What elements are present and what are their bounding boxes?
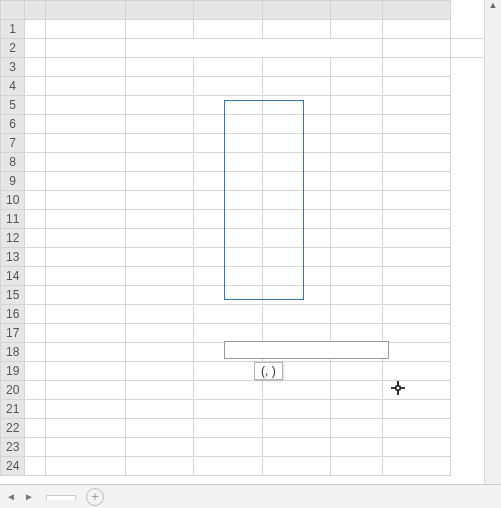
cell-A1[interactable] [25,20,46,39]
vertical-scrollbar[interactable]: ▲ [484,0,501,484]
row-header-7[interactable]: 7 [1,134,25,153]
cell-G10[interactable] [382,191,451,210]
cell-E10[interactable] [262,191,331,210]
cell-A16[interactable] [25,305,46,324]
cell-F5[interactable] [331,96,382,115]
cell-C22[interactable] [125,419,194,438]
cell-D19[interactable] [194,362,263,381]
cell-G15[interactable] [382,286,451,305]
cell-D17[interactable] [194,324,263,343]
cell-B7[interactable] [45,134,125,153]
cell-C11[interactable] [125,210,194,229]
cell-D4[interactable] [194,77,263,96]
col-header-D[interactable] [194,1,263,20]
cell-E9[interactable] [262,172,331,191]
row-header-3[interactable]: 3 [1,58,25,77]
cell-E12[interactable] [262,229,331,248]
row-header-22[interactable]: 22 [1,419,25,438]
cell-E5[interactable] [262,96,331,115]
cell-B6[interactable] [45,115,125,134]
cell-A12[interactable] [25,229,46,248]
cell-D20[interactable] [194,381,263,400]
cell-A13[interactable] [25,248,46,267]
cell-A11[interactable] [25,210,46,229]
cell-C13[interactable] [125,248,194,267]
cell-D5[interactable] [194,96,263,115]
cell-E17[interactable] [262,324,331,343]
col-header-G[interactable] [382,1,451,20]
cell-C10[interactable] [125,191,194,210]
cell-C23[interactable] [125,438,194,457]
cell-F13[interactable] [331,248,382,267]
cell-B12[interactable] [45,229,125,248]
cell-F8[interactable] [331,153,382,172]
cell-C4[interactable] [125,77,194,96]
cell-D23[interactable] [194,438,263,457]
cell-B21[interactable] [45,400,125,419]
cell-B17[interactable] [45,324,125,343]
cell-F24[interactable] [331,457,382,476]
cell-F23[interactable] [331,438,382,457]
col-header-F[interactable] [331,1,382,20]
row-header-4[interactable]: 4 [1,77,25,96]
cell-F12[interactable] [331,229,382,248]
row-header-16[interactable]: 16 [1,305,25,324]
cell-B1[interactable] [45,20,125,39]
spreadsheet-grid[interactable]: 123456789101112131415161718192021222324 [0,0,501,476]
cell-F14[interactable] [331,267,382,286]
cell-B4[interactable] [45,77,125,96]
cell-A9[interactable] [25,172,46,191]
function-tooltip[interactable]: (, ) [254,362,283,380]
cell-D14[interactable] [194,267,263,286]
cell-D13[interactable] [194,248,263,267]
row-header-6[interactable]: 6 [1,115,25,134]
cell-B10[interactable] [45,191,125,210]
row-header-12[interactable]: 12 [1,229,25,248]
scroll-up-button[interactable]: ▲ [485,0,501,16]
cell-A5[interactable] [25,96,46,115]
cell-B8[interactable] [45,153,125,172]
cell-B24[interactable] [45,457,125,476]
cell-A24[interactable] [25,457,46,476]
cell-F19[interactable] [331,362,382,381]
row-header-20[interactable]: 20 [1,381,25,400]
cell-E2[interactable] [382,39,451,58]
cell-F7[interactable] [331,134,382,153]
cell-E11[interactable] [262,210,331,229]
cell-E15[interactable] [262,286,331,305]
cell-B19[interactable] [45,362,125,381]
cell-B5[interactable] [45,96,125,115]
cell-G17[interactable] [382,324,451,343]
row-header-5[interactable]: 5 [1,96,25,115]
cell-C14[interactable] [125,267,194,286]
cell-A3[interactable] [25,58,46,77]
cell-G9[interactable] [382,172,451,191]
cell-D9[interactable] [194,172,263,191]
cell-A17[interactable] [25,324,46,343]
cell-G4[interactable] [382,77,451,96]
cell-C24[interactable] [125,457,194,476]
row-header-9[interactable]: 9 [1,172,25,191]
cell-D15[interactable] [194,286,263,305]
row-header-23[interactable]: 23 [1,438,25,457]
cell-C9[interactable] [125,172,194,191]
cell-A15[interactable] [25,286,46,305]
cell-G6[interactable] [382,115,451,134]
row-header-10[interactable]: 10 [1,191,25,210]
cell-B18[interactable] [45,343,125,362]
col-header-B[interactable] [45,1,125,20]
cell-E3[interactable] [262,58,331,77]
cell-D22[interactable] [194,419,263,438]
cell-E23[interactable] [262,438,331,457]
cell-B11[interactable] [45,210,125,229]
select-all-corner[interactable] [1,1,25,20]
cell-F15[interactable] [331,286,382,305]
cell-F3[interactable] [331,58,382,77]
row-header-14[interactable]: 14 [1,267,25,286]
cell-E4[interactable] [262,77,331,96]
cell-C1[interactable] [125,20,194,39]
add-sheet-button[interactable]: ＋ [86,488,104,506]
cell-B14[interactable] [45,267,125,286]
cell-D10[interactable] [194,191,263,210]
cell-G21[interactable] [382,400,451,419]
